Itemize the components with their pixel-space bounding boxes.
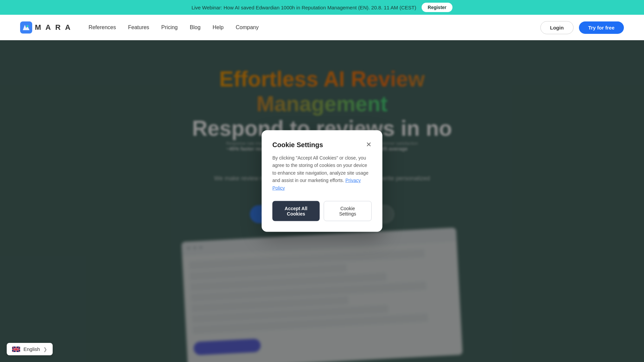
- navbar: M A R A References Features Pricing Blog…: [0, 15, 644, 40]
- flag-icon: [12, 347, 20, 352]
- accept-all-cookies-button[interactable]: Accept All Cookies: [272, 201, 320, 221]
- chevron-right-icon: ❯: [43, 347, 47, 352]
- cookie-close-button[interactable]: ✕: [366, 141, 372, 148]
- cookie-buttons: Accept All Cookies Cookie Settings: [272, 201, 372, 221]
- cookie-title: Cookie Settings: [272, 141, 323, 149]
- cookie-settings-button[interactable]: Cookie Settings: [324, 201, 372, 221]
- nav-blog[interactable]: Blog: [190, 24, 201, 31]
- language-selector[interactable]: English ❯: [7, 343, 53, 355]
- banner-text: Live Webinar: How AI saved Edwardian 100…: [192, 5, 416, 10]
- nav-company[interactable]: Company: [236, 24, 259, 31]
- try-free-button[interactable]: Try for free: [579, 21, 624, 34]
- register-button[interactable]: Register: [422, 3, 452, 12]
- nav-pricing[interactable]: Pricing: [161, 24, 178, 31]
- nav-features[interactable]: Features: [128, 24, 149, 31]
- svg-point-1: [26, 25, 29, 27]
- nav-links: References Features Pricing Blog Help Co…: [89, 24, 540, 31]
- cookie-body: By clicking "Accept All Cookies" or clos…: [272, 154, 372, 192]
- login-button[interactable]: Login: [540, 21, 574, 34]
- cookie-header: Cookie Settings ✕: [272, 141, 372, 149]
- top-banner: Live Webinar: How AI saved Edwardian 100…: [0, 0, 644, 15]
- nav-help[interactable]: Help: [213, 24, 224, 31]
- logo-text: M A R A: [35, 23, 72, 32]
- logo[interactable]: M A R A: [20, 21, 72, 34]
- nav-references[interactable]: References: [89, 24, 116, 31]
- logo-icon: [20, 21, 32, 34]
- cookie-dialog: Cookie Settings ✕ By clicking "Accept Al…: [262, 130, 382, 232]
- nav-actions: Login Try for free: [540, 21, 624, 34]
- language-label: English: [23, 346, 40, 352]
- svg-rect-0: [20, 21, 32, 34]
